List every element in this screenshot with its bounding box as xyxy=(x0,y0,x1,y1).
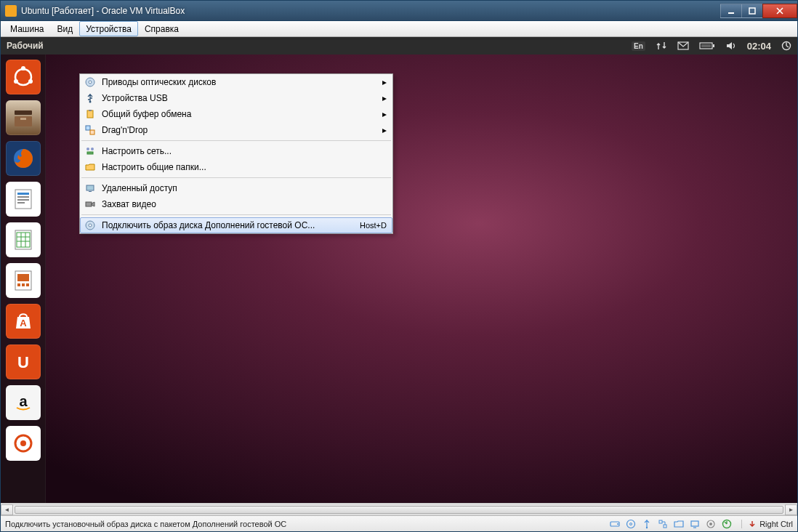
menu-remote-display[interactable]: Удаленный доступ xyxy=(80,180,392,196)
shared-folders-icon[interactable] xyxy=(673,518,685,530)
volume-icon[interactable] xyxy=(725,41,737,51)
minimize-button[interactable] xyxy=(720,4,742,18)
display-icon[interactable] xyxy=(689,518,701,530)
svg-rect-58 xyxy=(691,521,698,526)
window-controls xyxy=(721,4,797,18)
launcher-ubuntu-one[interactable]: U xyxy=(6,344,41,379)
chevron-right-icon: ▸ xyxy=(382,126,387,134)
svg-rect-1 xyxy=(749,8,755,14)
svg-point-8 xyxy=(21,66,25,70)
menu-shared-clipboard[interactable]: Общий буфер обмена ▸ xyxy=(80,106,392,122)
svg-rect-27 xyxy=(17,274,29,281)
chevron-right-icon: ▸ xyxy=(382,94,387,102)
horizontal-scrollbar[interactable]: ◄ ► xyxy=(1,503,797,515)
svg-rect-56 xyxy=(659,520,662,523)
vm-viewport[interactable]: Рабочий En 02:04 xyxy=(1,37,797,503)
separator xyxy=(81,214,391,215)
menu-drag-n-drop[interactable]: Drag'n'Drop ▸ xyxy=(80,122,392,138)
svg-rect-39 xyxy=(87,110,93,118)
maximize-button[interactable] xyxy=(741,4,763,18)
clock[interactable]: 02:04 xyxy=(747,41,771,52)
separator xyxy=(81,177,391,178)
svg-rect-40 xyxy=(89,110,92,111)
menu-optical-drives[interactable]: Приводы оптических дисков ▸ xyxy=(80,74,392,90)
menu-help[interactable]: Справка xyxy=(138,21,185,36)
svg-point-44 xyxy=(86,148,89,150)
svg-point-54 xyxy=(630,523,632,525)
menu-usb-devices[interactable]: Устройства USB ▸ xyxy=(80,90,392,106)
launcher-files[interactable] xyxy=(6,100,41,135)
launcher-amazon[interactable]: a xyxy=(6,385,41,420)
menu-network-settings[interactable]: Настроить сеть... xyxy=(80,143,392,159)
harddisk-icon[interactable] xyxy=(609,518,621,530)
svg-rect-16 xyxy=(17,193,29,195)
launcher-dash[interactable] xyxy=(6,60,41,94)
svg-point-35 xyxy=(20,440,26,446)
usb-status-icon[interactable] xyxy=(641,518,653,530)
scroll-thumb[interactable] xyxy=(15,506,783,514)
svg-rect-13 xyxy=(20,118,26,120)
host-key-indicator[interactable]: Right Ctrl xyxy=(741,520,793,528)
svg-point-52 xyxy=(617,523,618,525)
svg-rect-57 xyxy=(664,525,666,528)
ubuntu-launcher: A U a xyxy=(1,55,46,503)
video-capture-icon[interactable] xyxy=(705,518,717,530)
scroll-right-button[interactable]: ► xyxy=(785,504,797,515)
svg-point-10 xyxy=(28,79,33,84)
menu-view[interactable]: Вид xyxy=(50,21,79,36)
folder-icon xyxy=(84,161,96,173)
scroll-left-button[interactable]: ◄ xyxy=(1,504,13,515)
svg-rect-18 xyxy=(17,199,29,201)
remote-display-icon[interactable] xyxy=(721,518,733,530)
svg-rect-5 xyxy=(701,44,711,47)
shortcut-text: Host+D xyxy=(360,221,387,230)
svg-rect-11 xyxy=(15,110,32,115)
disc-install-icon xyxy=(84,219,96,231)
keyboard-layout-indicator[interactable]: En xyxy=(632,41,645,51)
svg-rect-42 xyxy=(90,130,94,134)
devices-dropdown: Приводы оптических дисков ▸ Устройства U… xyxy=(79,73,393,234)
dragdrop-icon xyxy=(84,124,96,136)
video-icon xyxy=(84,198,96,210)
menu-machine[interactable]: Машина xyxy=(4,21,50,36)
ubuntu-topbar-title: Рабочий xyxy=(7,41,44,51)
launcher-firefox[interactable] xyxy=(6,141,41,176)
mail-icon[interactable] xyxy=(677,41,689,50)
vbox-statusbar: Подключить установочный образ диска с па… xyxy=(1,515,797,531)
menu-insert-guest-additions[interactable]: Подключить образ диска Дополнений гостев… xyxy=(80,217,392,233)
launcher-calc[interactable] xyxy=(6,222,41,257)
launcher-settings[interactable] xyxy=(6,426,41,461)
network-icon[interactable] xyxy=(656,41,667,51)
disc-icon xyxy=(84,76,96,88)
svg-point-45 xyxy=(91,148,94,150)
optical-disk-icon[interactable] xyxy=(625,518,637,530)
launcher-writer[interactable] xyxy=(6,182,41,217)
status-indicators: Right Ctrl xyxy=(609,518,793,530)
network-status-icon[interactable] xyxy=(657,518,669,530)
launcher-software[interactable]: A xyxy=(6,304,41,339)
menu-shared-folders[interactable]: Настроить общие папки... xyxy=(80,159,392,175)
svg-point-61 xyxy=(709,523,712,525)
svg-rect-46 xyxy=(86,185,94,190)
launcher-impress[interactable] xyxy=(6,263,41,298)
close-button[interactable] xyxy=(762,4,797,18)
host-key-text: Right Ctrl xyxy=(759,520,793,528)
session-icon[interactable] xyxy=(781,41,791,51)
chevron-right-icon: ▸ xyxy=(382,78,387,86)
scroll-track[interactable] xyxy=(13,504,785,515)
battery-icon[interactable] xyxy=(699,41,715,50)
window-titlebar[interactable]: Ubuntu [Работает] - Oracle VM VirtualBox xyxy=(1,1,797,21)
svg-text:A: A xyxy=(20,318,27,329)
svg-rect-29 xyxy=(22,283,25,286)
svg-point-55 xyxy=(646,526,648,528)
menu-video-capture[interactable]: Захват видео xyxy=(80,196,392,212)
separator xyxy=(81,140,391,141)
svg-rect-48 xyxy=(86,202,92,206)
menu-devices[interactable]: Устройства xyxy=(79,21,138,36)
status-hint-text: Подключить установочный образ диска с па… xyxy=(5,520,286,528)
svg-point-37 xyxy=(89,81,92,84)
svg-point-9 xyxy=(14,79,18,84)
vbox-menubar: Машина Вид Устройства Справка xyxy=(1,21,797,37)
svg-point-53 xyxy=(627,520,635,528)
svg-text:U: U xyxy=(17,353,29,371)
